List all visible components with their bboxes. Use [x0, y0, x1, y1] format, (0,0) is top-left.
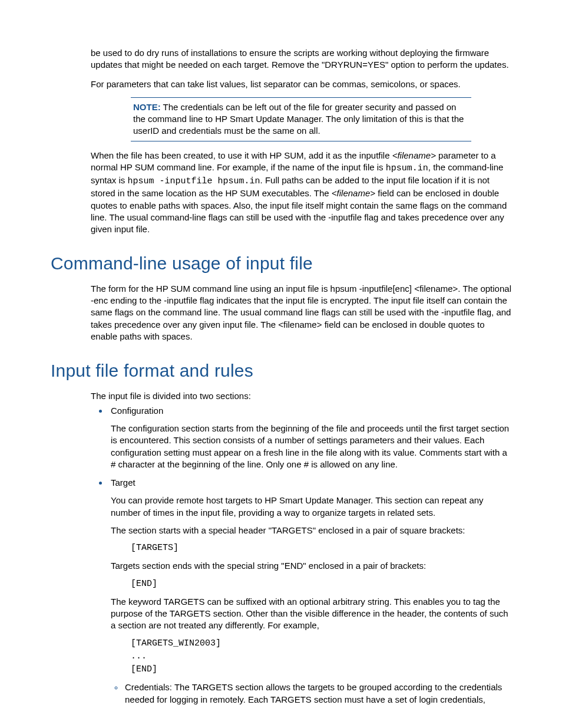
target-p4: The keyword TARGETS can be suffixed with…	[111, 596, 511, 632]
code-hpsum-inputfile: hpsum -inputfile hpsum.in	[128, 176, 260, 186]
note-box: NOTE: The credentials can be left out of…	[131, 97, 471, 141]
intro-paragraph-2: For parameters that can take list values…	[91, 78, 511, 90]
bullet-target-title: Target	[111, 477, 135, 487]
note-text: The credentials can be left out of the f…	[133, 102, 464, 136]
code-targets-win2003: [TARGETS_WIN2003]	[131, 638, 511, 650]
code-ellipsis: ...	[131, 651, 511, 663]
bullet-target: Target You can provide remote host targe…	[108, 476, 511, 706]
bullet-configuration-body: The configuration section starts from th…	[111, 423, 511, 470]
code-hpsum-in: hpsum.in	[386, 163, 428, 173]
code-end-2: [END]	[131, 664, 511, 676]
bullet-configuration-title: Configuration	[111, 406, 163, 416]
section1-paragraph: The form for the HP SUM command line usi…	[91, 283, 511, 342]
target-p2: The section starts with a special header…	[111, 525, 511, 536]
section2-intro: The input file is divided into two secti…	[91, 390, 511, 402]
heading-input-file-format: Input file format and rules	[51, 359, 511, 383]
target-p1: You can provide remote host targets to H…	[111, 495, 511, 519]
code-end: [END]	[131, 578, 511, 590]
filename-placeholder-2: <filename>	[332, 188, 375, 198]
heading-command-line-usage: Command-line usage of input file	[51, 252, 511, 276]
target-sublist: Credentials: The TARGETS section allows …	[111, 681, 511, 706]
sub-credentials: Credentials: The TARGETS section allows …	[124, 681, 511, 706]
paragraph-input-file-created: When the file has been created, to use i…	[91, 150, 511, 236]
target-p3: Targets section ends with the special st…	[111, 560, 511, 572]
filename-placeholder: <filename>	[392, 150, 436, 160]
bullet-configuration: Configuration The configuration section …	[108, 404, 511, 470]
code-targets: [TARGETS]	[131, 542, 511, 554]
intro-paragraph-1: be used to do dry runs of installations …	[91, 47, 511, 71]
note-label: NOTE:	[133, 102, 161, 112]
section-list: Configuration The configuration section …	[91, 404, 511, 706]
